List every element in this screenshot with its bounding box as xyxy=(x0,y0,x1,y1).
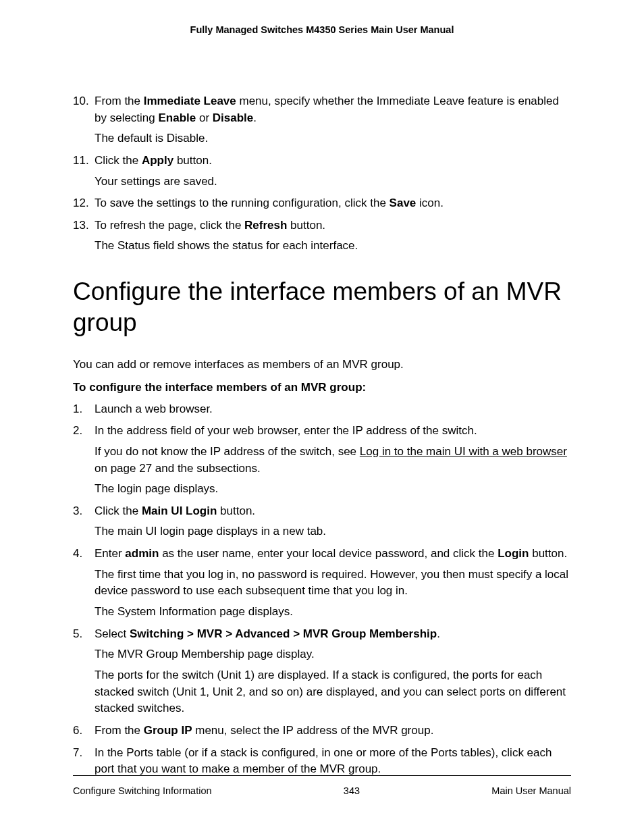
step-12: 12. To save the settings to the running … xyxy=(73,195,571,212)
step-text: To refresh the page, click the Refresh b… xyxy=(95,219,325,232)
step-number: 12. xyxy=(73,195,89,212)
step-text: Click the Main UI Login button. xyxy=(95,504,255,517)
section-intro: You can add or remove interfaces as memb… xyxy=(73,358,571,371)
step-text: From the Immediate Leave menu, specify w… xyxy=(95,95,559,124)
step-number: 6. xyxy=(73,723,82,739)
step-3: 3. Click the Main UI Login button. The m… xyxy=(73,503,571,540)
step-text: Enter admin as the user name, enter your… xyxy=(95,547,567,560)
continued-steps-list: 10. From the Immediate Leave menu, speci… xyxy=(73,93,571,255)
step-text: In the Ports table (or if a stack is con… xyxy=(95,746,552,776)
step-11: 11. Click the Apply button. Your setting… xyxy=(73,153,571,190)
page-header-title: Fully Managed Switches M4350 Series Main… xyxy=(73,24,571,35)
procedure-heading: To configure the interface members of an… xyxy=(73,381,571,394)
step-number: 7. xyxy=(73,745,82,762)
step-text: Launch a web browser. xyxy=(95,402,213,415)
step-subtext: The Status field shows the status for ea… xyxy=(95,238,571,255)
step-4: 4. Enter admin as the user name, enter y… xyxy=(73,546,571,621)
step-1: 1. Launch a web browser. xyxy=(73,401,571,418)
step-13: 13. To refresh the page, click the Refre… xyxy=(73,217,571,255)
step-7: 7. In the Ports table (or if a stack is … xyxy=(73,745,571,778)
step-number: 3. xyxy=(73,503,82,520)
step-text: To save the settings to the running conf… xyxy=(95,197,444,209)
section-heading: Configure the interface members of an MV… xyxy=(73,276,571,339)
step-number: 1. xyxy=(73,401,82,418)
step-number: 4. xyxy=(73,546,82,563)
step-6: 6. From the Group IP menu, select the IP… xyxy=(73,723,571,739)
step-number: 2. xyxy=(73,423,82,440)
footer-section-name: Configure Switching Information xyxy=(73,785,212,796)
step-5: 5. Select Switching > MVR > Advanced > M… xyxy=(73,626,571,717)
step-10: 10. From the Immediate Leave menu, speci… xyxy=(73,93,571,147)
step-number: 5. xyxy=(73,626,82,643)
step-subtext: The System Information page displays. xyxy=(95,604,571,621)
page-content: Fully Managed Switches M4350 Series Main… xyxy=(0,0,644,778)
footer-manual-name: Main User Manual xyxy=(491,785,571,796)
step-number: 10. xyxy=(73,93,89,110)
step-subtext: If you do not know the IP address of the… xyxy=(95,444,571,477)
step-subtext: The MVR Group Membership page display. xyxy=(95,646,571,663)
footer-page-number: 343 xyxy=(344,785,360,796)
step-subtext: The login page displays. xyxy=(95,481,571,498)
step-subtext: The main UI login page displays in a new… xyxy=(95,523,571,540)
step-subtext: Your settings are saved. xyxy=(95,174,571,190)
step-subtext: The ports for the switch (Unit 1) are di… xyxy=(95,667,571,717)
page-footer: Configure Switching Information 343 Main… xyxy=(73,775,571,796)
step-text: Select Switching > MVR > Advanced > MVR … xyxy=(95,627,440,640)
step-text: In the address field of your web browser… xyxy=(95,424,477,437)
step-subtext: The default is Disable. xyxy=(95,130,571,147)
step-2: 2. In the address field of your web brow… xyxy=(73,423,571,498)
step-text: Click the Apply button. xyxy=(95,154,212,167)
step-text: From the Group IP menu, select the IP ad… xyxy=(95,724,433,737)
step-number: 13. xyxy=(73,217,89,234)
procedure-steps-list: 1. Launch a web browser. 2. In the addre… xyxy=(73,401,571,778)
step-number: 11. xyxy=(73,153,89,170)
cross-reference-link[interactable]: Log in to the main UI with a web browser xyxy=(360,445,567,458)
step-subtext: The first time that you log in, no passw… xyxy=(95,567,571,600)
